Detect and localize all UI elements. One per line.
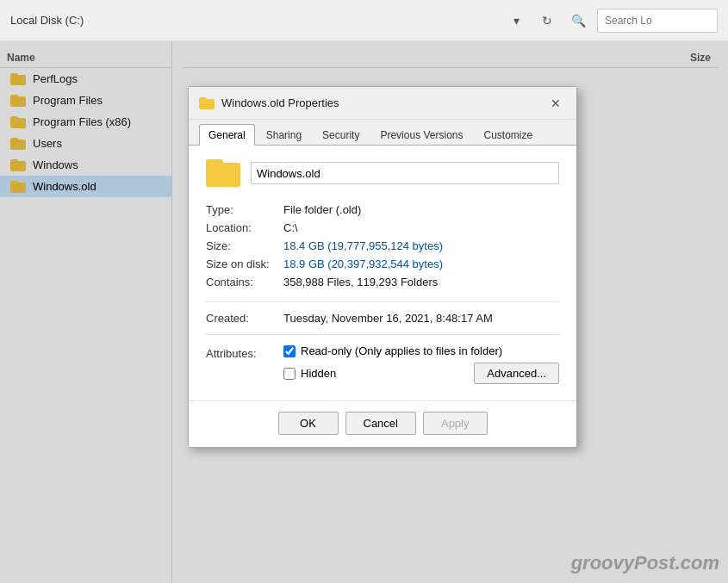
prop-row-created: Created: Tuesday, November 16, 2021, 8:4…	[206, 309, 559, 327]
prop-row-type: Type: File folder (.old)	[206, 201, 559, 219]
cancel-button[interactable]: Cancel	[345, 412, 416, 435]
divider-1	[206, 301, 559, 302]
prop-value-contains: 358,988 Files, 119,293 Folders	[283, 276, 438, 288]
dialog-body: Type: File folder (.old) Location: C:\ S…	[189, 146, 576, 400]
search-box[interactable]	[597, 9, 718, 33]
tab-sharing[interactable]: Sharing	[257, 124, 311, 146]
readonly-label: Read-only (Only applies to files in fold…	[301, 344, 502, 357]
divider-2	[206, 334, 559, 335]
title-bar-text: Local Disk (C:)	[10, 14, 504, 27]
refresh-icon[interactable]: ↻	[535, 9, 559, 33]
prop-label-type: Type:	[206, 203, 283, 216]
prop-row-contains: Contains: 358,988 Files, 119,293 Folders	[206, 273, 559, 291]
properties-dialog: Windows.old Properties ✕ General Sharing…	[188, 86, 577, 448]
dialog-title-text: Windows.old Properties	[221, 96, 545, 109]
prop-label-size: Size:	[206, 239, 283, 252]
prop-label-location: Location:	[206, 221, 283, 234]
hidden-checkbox-row: Hidden	[283, 367, 336, 380]
readonly-checkbox-row: Read-only (Only applies to files in fold…	[283, 344, 559, 357]
attr-controls: Read-only (Only applies to files in fold…	[283, 344, 559, 384]
prop-row-size-on-disk: Size on disk: 18.9 GB (20,397,932,544 by…	[206, 255, 559, 273]
hidden-label: Hidden	[301, 367, 336, 380]
tab-customize[interactable]: Customize	[474, 124, 542, 146]
folder-name-input[interactable]	[251, 162, 559, 184]
apply-button[interactable]: Apply	[423, 412, 488, 435]
tab-security[interactable]: Security	[313, 124, 369, 146]
dialog-tabs: General Sharing Security Previous Versio…	[189, 120, 576, 146]
explorer-body: Name PerfLogs Program Files Program File…	[0, 41, 728, 583]
tab-general[interactable]: General	[199, 124, 255, 146]
prop-value-created: Tuesday, November 16, 2021, 8:48:17 AM	[283, 312, 493, 325]
prop-label-size-on-disk: Size on disk:	[206, 257, 283, 270]
prop-row-size: Size: 18.4 GB (19,777,955,124 bytes)	[206, 237, 559, 255]
prop-value-size-on-disk: 18.9 GB (20,397,932,544 bytes)	[283, 257, 443, 270]
properties-table: Type: File folder (.old) Location: C:\ S…	[206, 201, 559, 291]
prop-label-contains: Contains:	[206, 276, 283, 288]
title-bar: Local Disk (C:) ▾ ↻ 🔍	[0, 0, 728, 41]
attr-label: Attributes:	[206, 344, 283, 360]
hidden-checkbox[interactable]	[283, 368, 296, 380]
prop-value-location: C:\	[283, 221, 298, 234]
tab-previous-versions[interactable]: Previous Versions	[370, 124, 472, 146]
prop-row-location: Location: C:\	[206, 219, 559, 237]
prop-value-size: 18.4 GB (19,777,955,124 bytes)	[283, 239, 443, 252]
readonly-checkbox[interactable]	[283, 345, 296, 357]
advanced-button[interactable]: Advanced...	[474, 363, 559, 384]
dropdown-icon[interactable]: ▾	[504, 9, 528, 33]
dialog-close-button[interactable]: ✕	[545, 93, 566, 114]
title-bar-controls: ▾ ↻ 🔍	[504, 9, 718, 33]
search-input[interactable]	[605, 15, 710, 27]
dialog-folder-icon	[199, 97, 215, 109]
attributes-row: Attributes: Read-only (Only applies to f…	[206, 342, 559, 387]
big-folder-icon	[206, 159, 240, 187]
prop-label-created: Created:	[206, 312, 283, 325]
dialog-footer: OK Cancel Apply	[189, 400, 576, 447]
prop-value-type: File folder (.old)	[283, 203, 361, 216]
folder-name-row	[206, 159, 559, 187]
search-icon[interactable]: 🔍	[566, 9, 590, 33]
dialog-titlebar: Windows.old Properties ✕	[189, 87, 576, 120]
ok-button[interactable]: OK	[278, 412, 339, 435]
